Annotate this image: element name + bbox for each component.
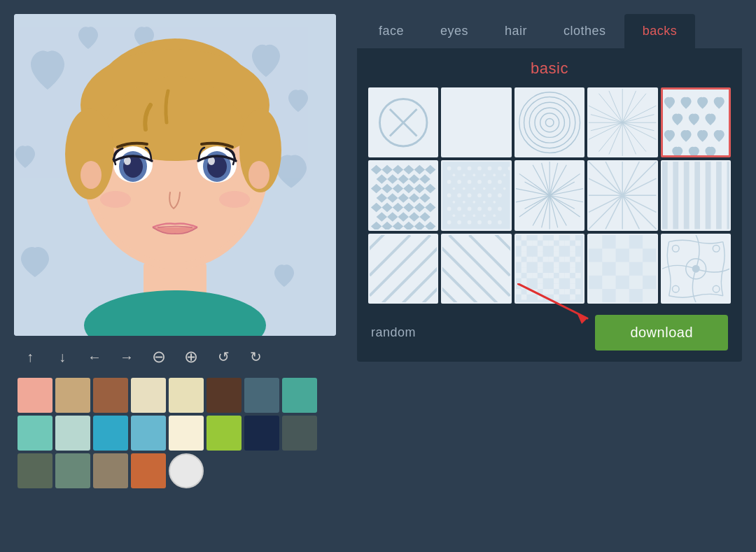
svg-point-141 [483, 215, 486, 218]
pattern-cell-8[interactable] [514, 160, 584, 230]
pattern-cell-7[interactable] [441, 160, 511, 230]
svg-rect-242 [570, 251, 575, 257]
svg-point-145 [468, 220, 472, 225]
svg-point-128 [463, 201, 465, 204]
svg-point-20 [219, 191, 250, 208]
color-swatch[interactable] [55, 378, 90, 413]
svg-point-103 [453, 174, 456, 177]
color-swatch[interactable] [18, 453, 52, 488]
svg-rect-281 [643, 235, 656, 248]
svg-rect-255 [548, 273, 554, 278]
pattern-cell-15[interactable] [661, 234, 731, 304]
color-swatch[interactable] [93, 453, 128, 488]
svg-rect-26 [516, 89, 583, 156]
pattern-cell-4[interactable] [587, 87, 657, 157]
zoom-out-button[interactable]: ⊖ [146, 344, 172, 369]
color-swatch[interactable] [244, 378, 279, 413]
svg-rect-256 [559, 273, 564, 278]
undo-button[interactable]: ↺ [211, 344, 236, 369]
move-left-button[interactable]: ← [82, 344, 107, 369]
svg-point-108 [503, 174, 506, 177]
color-swatch[interactable] [206, 416, 241, 451]
svg-rect-246 [522, 267, 527, 273]
svg-point-113 [488, 180, 492, 184]
svg-point-296 [692, 265, 699, 272]
pattern-cell-11[interactable] [368, 234, 438, 304]
pattern-cell-1[interactable] [368, 87, 438, 157]
pattern-cell-9[interactable] [587, 160, 657, 230]
move-right-button[interactable]: → [114, 344, 139, 369]
color-swatch[interactable] [282, 378, 317, 413]
svg-rect-251 [532, 273, 538, 278]
color-swatch-white[interactable] [169, 453, 204, 488]
svg-point-116 [463, 187, 465, 190]
color-swatch[interactable] [93, 378, 128, 413]
svg-rect-25 [442, 89, 510, 156]
pattern-cell-2[interactable] [441, 87, 511, 157]
download-button[interactable]: download [595, 315, 728, 351]
svg-point-101 [498, 167, 502, 171]
svg-rect-215 [516, 241, 522, 246]
svg-point-148 [498, 220, 502, 225]
svg-rect-253 [538, 278, 543, 284]
svg-rect-235 [532, 257, 538, 262]
random-button[interactable]: random [371, 325, 416, 340]
tab-hair[interactable]: hair [486, 14, 545, 48]
color-swatch[interactable] [244, 416, 279, 451]
color-swatch[interactable] [131, 378, 166, 413]
svg-rect-280 [616, 235, 629, 248]
svg-point-98 [468, 167, 472, 171]
color-swatch[interactable] [131, 453, 166, 488]
tab-clothes[interactable]: clothes [545, 14, 624, 48]
pattern-cell-12[interactable] [441, 234, 511, 304]
tab-backs[interactable]: backs [624, 14, 696, 48]
svg-rect-248 [526, 273, 532, 278]
svg-rect-236 [542, 257, 548, 262]
svg-point-134 [468, 207, 472, 211]
svg-point-104 [463, 174, 465, 177]
color-swatch[interactable] [282, 416, 317, 451]
svg-rect-279 [589, 235, 602, 248]
svg-rect-252 [542, 273, 548, 278]
tab-eyes[interactable]: eyes [422, 14, 486, 48]
svg-point-121 [447, 194, 451, 198]
color-swatch[interactable] [55, 416, 90, 451]
svg-rect-257 [554, 278, 559, 284]
zoom-in-button[interactable]: ⊕ [178, 344, 204, 369]
tab-face[interactable]: face [360, 14, 422, 48]
svg-point-136 [488, 207, 492, 211]
move-down-button[interactable]: ↓ [50, 344, 75, 369]
color-swatch[interactable] [169, 416, 204, 451]
svg-rect-245 [570, 262, 575, 267]
svg-rect-221 [538, 246, 543, 251]
move-up-button[interactable]: ↑ [18, 344, 43, 369]
svg-point-112 [478, 180, 482, 184]
color-swatch[interactable] [55, 453, 90, 488]
pattern-cell-6[interactable] [368, 160, 438, 230]
svg-rect-247 [516, 273, 522, 278]
svg-rect-190 [662, 162, 668, 229]
svg-point-124 [478, 194, 482, 198]
svg-rect-214 [522, 235, 527, 241]
color-swatch[interactable] [18, 378, 52, 413]
svg-point-110 [458, 180, 462, 184]
pattern-cell-10[interactable] [661, 160, 731, 230]
pattern-cell-3[interactable] [514, 87, 584, 157]
pattern-cell-5[interactable] [661, 87, 731, 157]
svg-rect-291 [616, 289, 629, 302]
color-swatch[interactable] [206, 378, 241, 413]
color-palette [14, 378, 317, 488]
color-swatch[interactable] [169, 378, 204, 413]
svg-point-120 [503, 187, 506, 190]
color-swatch[interactable] [93, 416, 128, 451]
color-swatch[interactable] [18, 416, 52, 451]
redo-button[interactable]: ↻ [243, 344, 268, 369]
avatar-container [14, 14, 336, 336]
svg-rect-250 [538, 267, 543, 273]
svg-point-19 [100, 191, 131, 208]
svg-point-107 [493, 174, 496, 177]
svg-point-127 [453, 201, 456, 204]
color-swatch[interactable] [131, 416, 166, 451]
svg-rect-239 [548, 257, 554, 262]
svg-point-139 [463, 215, 465, 218]
